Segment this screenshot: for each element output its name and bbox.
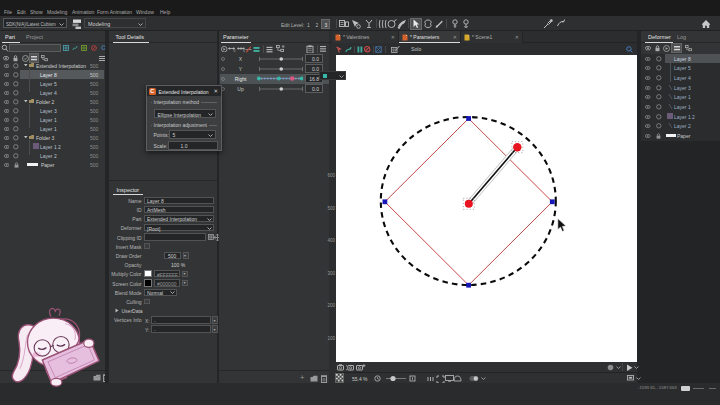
svg-text:0: 0: [234, 49, 236, 52]
